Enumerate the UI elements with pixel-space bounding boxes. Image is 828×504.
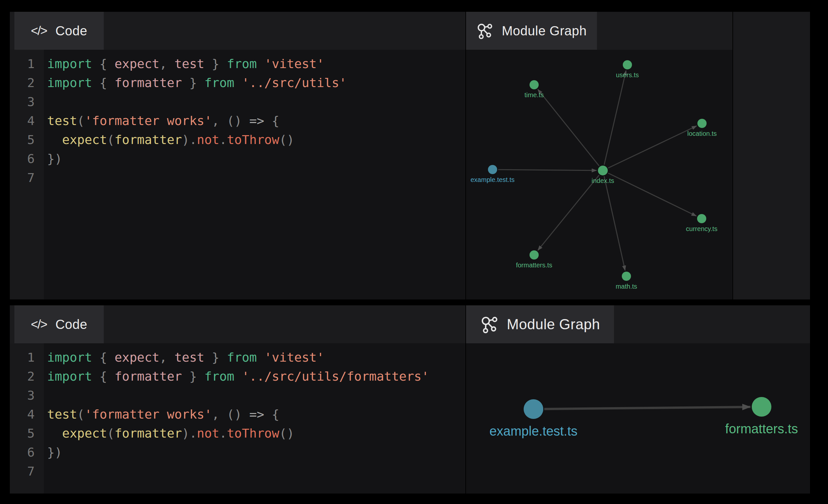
graph-edge-index.ts-to-location.ts xyxy=(608,126,696,168)
module-graph-canvas-top: users.tstime.tslocation.tsexample.test.t… xyxy=(466,50,733,299)
tab-code-bottom[interactable]: </> Code xyxy=(14,305,104,343)
tab-code-top[interactable]: </> Code xyxy=(14,12,104,50)
graph-node-formatters.ts[interactable] xyxy=(530,250,539,259)
code-token: . xyxy=(219,426,227,440)
graph-node-formatters.ts[interactable] xyxy=(752,397,772,417)
graph-node-math.ts[interactable] xyxy=(622,271,631,281)
code-token: () xyxy=(279,132,294,147)
page: </> Code 1import { expect, test } from '… xyxy=(0,0,828,504)
line-number: 5 xyxy=(10,130,44,149)
code-token: from xyxy=(227,350,257,365)
graph-node-label-math.ts: math.ts xyxy=(616,283,637,290)
code-token: }) xyxy=(47,152,62,166)
code-token: import xyxy=(47,57,92,71)
graph-node-label-example.test.ts: example.test.ts xyxy=(470,176,515,183)
code-token: { xyxy=(92,57,115,71)
line-number: 3 xyxy=(10,386,44,405)
code-line: 4test('formatter works', () => { xyxy=(10,111,465,130)
graph-node-time.ts[interactable] xyxy=(530,80,539,89)
module-graph-svg-top: users.tstime.tslocation.tsexample.test.t… xyxy=(466,50,733,299)
code-token: not xyxy=(197,426,219,440)
module-graph-canvas-bottom: example.test.tsformatters.ts xyxy=(466,343,810,494)
code-token: }) xyxy=(47,445,62,460)
code-token xyxy=(234,369,242,384)
module-graph-icon xyxy=(480,315,498,334)
code-token: expect xyxy=(115,350,159,365)
code-token: test xyxy=(174,57,205,71)
code-line: 2import { formatter } from '../src/utils… xyxy=(10,73,465,92)
code-token: ). xyxy=(182,426,197,440)
code-token: test xyxy=(47,114,77,128)
code-token: } xyxy=(182,76,205,90)
code-token: '../src/utils' xyxy=(242,76,346,90)
code-token: { xyxy=(264,114,280,128)
graph-node-label-time.ts: time.ts xyxy=(525,91,544,98)
graph-node-users.ts[interactable] xyxy=(623,60,632,69)
code-line: 1import { expect, test } from 'vitest' xyxy=(10,54,465,73)
code-token: ( xyxy=(77,407,85,422)
tab-module-graph-label: Module Graph xyxy=(502,24,586,38)
code-token: import xyxy=(47,76,92,90)
graph-node-label-users.ts: users.ts xyxy=(616,71,639,79)
code-token xyxy=(257,350,264,365)
tab-module-graph-top[interactable]: Module Graph xyxy=(466,12,597,50)
code-token: } xyxy=(204,350,227,365)
code-line: 5 expect(formatter).not.toThrow() xyxy=(10,130,465,149)
code-token: expect xyxy=(62,132,107,147)
code-token: 'vitest' xyxy=(264,57,324,71)
code-token xyxy=(47,132,62,147)
line-number: 6 xyxy=(10,443,44,462)
graph-edge-index.ts-to-formatters.ts xyxy=(538,175,599,250)
code-line: 3 xyxy=(10,386,465,405)
code-token xyxy=(257,57,264,71)
graph-node-label-example.test.ts: example.test.ts xyxy=(489,424,577,438)
module-graph-svg-bottom: example.test.tsformatters.ts xyxy=(466,343,810,494)
module-graph-panel-bottom: Module Graph example.test.tsformatters.t… xyxy=(466,305,810,494)
code-token: . xyxy=(219,132,227,147)
graph-node-example.test.ts[interactable] xyxy=(524,399,543,419)
code-token: ( xyxy=(107,132,115,147)
graph-node-index.ts[interactable] xyxy=(598,166,608,175)
code-token: formatter xyxy=(115,132,182,147)
right-filler-strip xyxy=(733,12,810,299)
code-token: 'formatter works' xyxy=(84,407,212,422)
graph-tabbar-bottom: Module Graph xyxy=(466,305,810,343)
code-panel-top: </> Code 1import { expect, test } from '… xyxy=(10,12,465,299)
code-token: '../src/utils/formatters' xyxy=(242,369,429,384)
code-token: import xyxy=(47,369,92,384)
graph-edge-index.ts-to-math.ts xyxy=(604,176,625,271)
graph-edge-index.ts-to-time.ts xyxy=(538,89,599,166)
graph-node-location.ts[interactable] xyxy=(697,119,707,128)
code-editor-top: 1import { expect, test } from 'vitest'2i… xyxy=(10,50,465,299)
code-token: { xyxy=(92,369,115,384)
code-token: from xyxy=(204,369,234,384)
code-line: 4test('formatter works', () => { xyxy=(10,405,465,424)
code-token: ). xyxy=(182,132,197,147)
code-line: 2import { formatter } from '../src/utils… xyxy=(10,367,465,386)
code-token xyxy=(47,426,62,440)
tab-code-label: Code xyxy=(55,317,87,332)
graph-edge-example.test.ts-to-index.ts xyxy=(498,170,596,170)
line-number: 2 xyxy=(10,367,44,386)
code-panel-bottom: </> Code 1import { expect, test } from '… xyxy=(10,305,465,494)
code-token: { xyxy=(264,407,280,422)
code-token: formatter xyxy=(115,369,182,384)
graph-node-example.test.ts[interactable] xyxy=(488,165,497,174)
code-token: test xyxy=(47,407,77,422)
code-token: { xyxy=(92,350,115,365)
code-icon: </> xyxy=(31,24,47,38)
code-lines-bottom: 1import { expect, test } from 'vitest'2i… xyxy=(10,348,465,481)
code-token xyxy=(234,76,242,90)
code-token: } xyxy=(182,369,205,384)
tab-module-graph-bottom[interactable]: Module Graph xyxy=(466,305,614,343)
code-token: expect xyxy=(115,57,159,71)
code-token: { xyxy=(92,76,115,90)
tab-module-graph-label: Module Graph xyxy=(507,316,600,333)
graph-node-currency.ts[interactable] xyxy=(697,214,706,223)
code-token: from xyxy=(204,76,234,90)
line-number: 4 xyxy=(10,111,44,130)
module-graph-icon xyxy=(476,22,493,39)
code-line: 7 xyxy=(10,168,465,187)
code-editor-bottom: 1import { expect, test } from 'vitest'2i… xyxy=(10,343,465,494)
line-number: 1 xyxy=(10,348,44,367)
